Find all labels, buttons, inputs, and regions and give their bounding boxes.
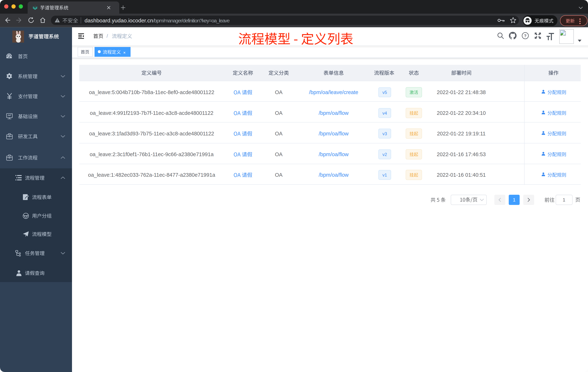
svg-text:?: ? (524, 33, 526, 38)
